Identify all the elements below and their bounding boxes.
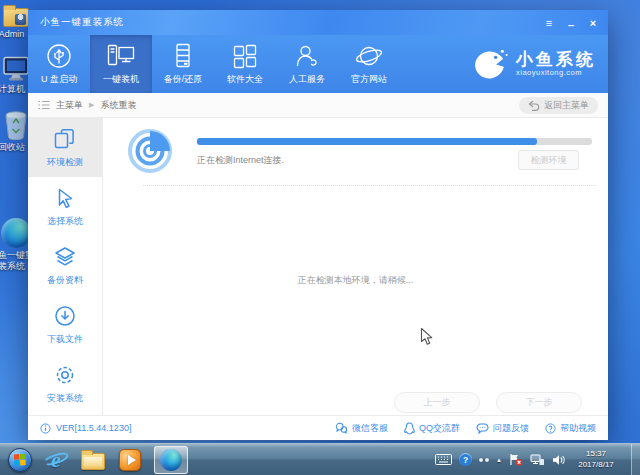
feedback-icon bbox=[476, 423, 489, 434]
media-player-icon bbox=[119, 449, 141, 471]
network-icon[interactable] bbox=[530, 454, 545, 466]
apps-grid-icon bbox=[232, 43, 258, 69]
edge-swirl-icon bbox=[160, 449, 182, 471]
close-button[interactable]: × bbox=[584, 15, 602, 31]
app-window: 小鱼一键重装系统 ≡ – × U 盘启动 bbox=[28, 10, 608, 440]
back-arrow-icon bbox=[528, 100, 540, 111]
desktop-icon-computer[interactable]: 计算机 bbox=[1, 56, 31, 95]
window-body: 环境检测 选择系统 备份资料 bbox=[28, 118, 608, 415]
sidebar-label: 环境检测 bbox=[47, 156, 83, 169]
usb-icon bbox=[46, 43, 72, 69]
tray-expand-caret-icon[interactable]: ▲ bbox=[496, 457, 502, 463]
recycle-bin-icon bbox=[3, 110, 29, 140]
nav-item-website[interactable]: 官方网站 bbox=[338, 35, 400, 93]
taskbar-clock[interactable]: 15:37 2017/8/17 bbox=[572, 449, 620, 471]
menu-button[interactable]: ≡ bbox=[540, 15, 558, 31]
back-button-label: 返回主菜单 bbox=[544, 99, 589, 112]
nav-item-usb-boot[interactable]: U 盘启动 bbox=[28, 35, 90, 93]
download-icon bbox=[53, 304, 77, 328]
nav-item-one-click-install[interactable]: 一键装机 bbox=[90, 35, 152, 93]
qq-icon bbox=[404, 422, 415, 435]
next-step-button[interactable]: 下一步 bbox=[496, 392, 582, 413]
nav-label: 人工服务 bbox=[289, 73, 325, 86]
breadcrumb-root[interactable]: 主菜单 bbox=[56, 99, 83, 112]
clock-date: 2017/8/17 bbox=[572, 460, 620, 471]
taskbar-item-edge-active[interactable] bbox=[154, 446, 188, 474]
detect-env-button[interactable]: 检测环境 bbox=[518, 150, 579, 170]
taskbar-item-internet-explorer[interactable]: e bbox=[43, 447, 69, 473]
sidebar-label: 备份资料 bbox=[47, 274, 83, 287]
taskbar: e ? ▲ bbox=[0, 443, 640, 475]
footer-links: 微信客服 QQ交流群 问题反馈 bbox=[335, 422, 596, 435]
main-content: 正在检测Internet连接. 检测环境 正在检测本地环境，请稍候... 上一步… bbox=[103, 118, 608, 415]
desktop-icon-recycle-bin[interactable]: 回收站 bbox=[1, 110, 31, 153]
layers-icon bbox=[53, 245, 77, 269]
desktop: Admin 计算机 回收站 小鱼一键重装系统 小鱼一键重装系统 ≡ – × bbox=[0, 0, 640, 475]
footer-link-label: 帮助视频 bbox=[560, 422, 596, 435]
top-nav: U 盘启动 一键装机 备份/还原 bbox=[28, 35, 608, 93]
brand-title: 小鱼系统 bbox=[516, 51, 596, 69]
nav-label: 官方网站 bbox=[351, 73, 387, 86]
nav-item-support[interactable]: 人工服务 bbox=[276, 35, 338, 93]
taskbar-item-file-explorer[interactable] bbox=[80, 447, 106, 473]
start-button[interactable] bbox=[8, 448, 32, 472]
wechat-support-link[interactable]: 微信客服 bbox=[335, 422, 388, 435]
footer-link-label: 问题反馈 bbox=[493, 422, 529, 435]
window-controls: ≡ – × bbox=[540, 15, 602, 31]
sidebar-label: 选择系统 bbox=[47, 215, 83, 228]
wechat-icon bbox=[335, 422, 348, 434]
taskbar-apps: e bbox=[0, 446, 188, 474]
return-main-menu-button[interactable]: 返回主菜单 bbox=[519, 97, 598, 114]
nav-label: 一键装机 bbox=[103, 73, 139, 86]
footer-link-label: 微信客服 bbox=[352, 422, 388, 435]
clock-time: 15:37 bbox=[572, 449, 620, 460]
desktop-icon-xiaoyu[interactable]: 小鱼一键重装系统 bbox=[1, 218, 31, 272]
list-icon bbox=[38, 100, 50, 110]
nav-label: U 盘启动 bbox=[41, 73, 77, 86]
taskbar-item-media-player[interactable] bbox=[117, 447, 143, 473]
help-video-link[interactable]: 帮助视频 bbox=[545, 422, 596, 435]
version-text: VER[11.5.44.1230] bbox=[56, 423, 131, 433]
help-icon bbox=[545, 423, 556, 434]
minimize-button[interactable]: – bbox=[562, 15, 580, 31]
breadcrumb-separator-icon: ▶ bbox=[89, 101, 94, 109]
titlebar: 小鱼一键重装系统 ≡ – × bbox=[28, 10, 608, 35]
sidebar-label: 安装系统 bbox=[47, 392, 83, 405]
nav-label: 备份/还原 bbox=[164, 73, 203, 86]
help-badge-icon[interactable]: ? bbox=[459, 453, 472, 466]
env-detect-icon bbox=[53, 127, 77, 151]
breadcrumb-current: 系统重装 bbox=[100, 99, 136, 112]
steps-sidebar: 环境检测 选择系统 备份资料 bbox=[28, 118, 103, 415]
keyboard-icon[interactable] bbox=[435, 454, 452, 465]
previous-step-button[interactable]: 上一步 bbox=[394, 392, 480, 413]
sidebar-item-backup-data[interactable]: 备份资料 bbox=[28, 236, 102, 295]
server-icon bbox=[170, 43, 196, 69]
show-desktop-button[interactable] bbox=[631, 444, 640, 475]
nav-item-backup-restore[interactable]: 备份/还原 bbox=[152, 35, 214, 93]
folder-icon bbox=[3, 8, 29, 27]
sidebar-item-install-system[interactable]: 安装系统 bbox=[28, 354, 102, 413]
window-footer: VER[11.5.44.1230] 微信客服 QQ交流群 bbox=[28, 415, 608, 440]
brand-logo: 小鱼系统 xiaoyuxitong.com bbox=[471, 35, 608, 93]
sidebar-item-download-files[interactable]: 下载文件 bbox=[28, 295, 102, 354]
volume-icon[interactable] bbox=[552, 454, 565, 466]
gear-icon bbox=[53, 363, 77, 387]
detect-status-text: 正在检测Internet连接. bbox=[197, 154, 284, 167]
nav-label: 软件大全 bbox=[227, 73, 263, 86]
progress-bar bbox=[197, 138, 592, 145]
sidebar-label: 下载文件 bbox=[47, 333, 83, 346]
action-center-flag-icon[interactable] bbox=[509, 453, 523, 466]
system-tray: ? ▲ 15:37 2017/8/17 bbox=[435, 444, 640, 475]
nav-item-software[interactable]: 软件大全 bbox=[214, 35, 276, 93]
language-bar-icon[interactable] bbox=[479, 458, 489, 462]
computer-icon bbox=[2, 56, 30, 82]
dotted-separator bbox=[143, 185, 596, 186]
fish-icon bbox=[471, 46, 509, 82]
sidebar-item-env-detect[interactable]: 环境检测 bbox=[28, 118, 102, 177]
sidebar-item-select-system[interactable]: 选择系统 bbox=[28, 177, 102, 236]
user-badge-icon bbox=[15, 14, 26, 25]
cursor-select-icon bbox=[53, 186, 77, 210]
desktop-icon-admin[interactable]: Admin bbox=[1, 3, 31, 40]
feedback-link[interactable]: 问题反馈 bbox=[476, 422, 529, 435]
qq-group-link[interactable]: QQ交流群 bbox=[404, 422, 460, 435]
